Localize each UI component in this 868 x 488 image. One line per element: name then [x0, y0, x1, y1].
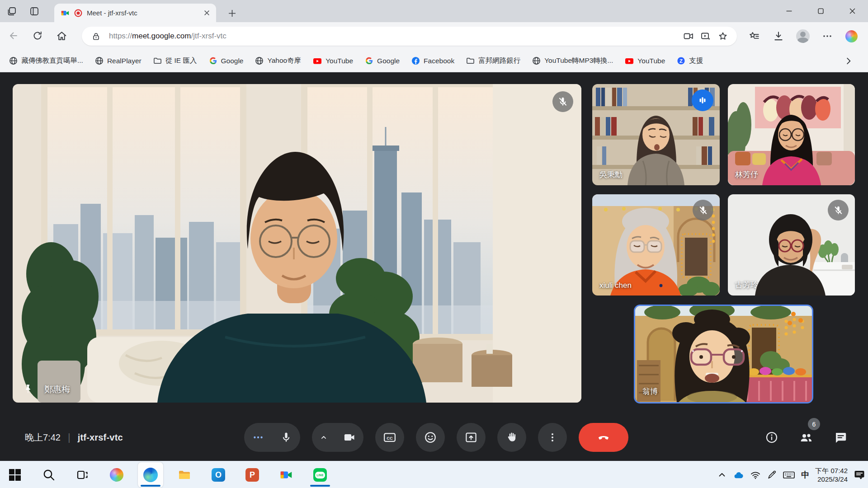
start-button[interactable]	[2, 462, 28, 488]
tab-close-icon[interactable]	[204, 10, 210, 16]
onedrive-icon[interactable]	[732, 470, 744, 479]
youtube-icon	[313, 56, 322, 66]
svg-text:Z: Z	[679, 58, 683, 64]
meeting-details-button[interactable]	[764, 430, 779, 445]
new-tab-button[interactable]	[225, 6, 239, 20]
participant-nameplate: 林芳伃	[735, 169, 758, 180]
tab-camera-icon[interactable]	[680, 28, 697, 44]
refresh-icon[interactable]	[28, 27, 47, 45]
pin-icon	[24, 384, 33, 395]
bookmark-item[interactable]: Facebook	[411, 56, 454, 65]
pen-icon[interactable]	[767, 470, 777, 480]
downloads-icon[interactable]	[769, 27, 788, 46]
meeting-info: 晚上7:42 | jtf-xrsf-vtc	[25, 414, 123, 461]
raise-hand-button[interactable]	[497, 423, 526, 452]
participant-name: 鄭惠梅	[44, 384, 70, 395]
participant-nameplate: xiuli chen	[599, 281, 632, 290]
participant-video	[635, 306, 812, 402]
camera-options-chevron-icon[interactable]	[312, 423, 335, 452]
window-minimize-button[interactable]	[773, 0, 805, 22]
bookmark-item[interactable]: Yahoo奇摩	[255, 56, 301, 66]
participant-nameplate: 吳秉勳	[599, 169, 623, 180]
participant-count-badge: 6	[808, 418, 820, 430]
taskbar-clock[interactable]: 下午 07:42 2025/3/24	[815, 466, 848, 483]
bookmark-item[interactable]: YouTube轉MP3轉換...	[532, 56, 613, 66]
ime-indicator[interactable]: 中	[801, 469, 809, 480]
chat-button[interactable]	[833, 430, 848, 445]
participant-name: xiuli chen	[599, 281, 632, 290]
copilot-taskbar-icon[interactable]	[104, 462, 129, 488]
favorites-hub-icon[interactable]	[745, 27, 764, 46]
bookmark-item[interactable]: YouTube	[313, 56, 353, 66]
bookmark-item[interactable]: Google	[365, 56, 400, 65]
copilot-icon[interactable]	[842, 27, 861, 46]
tab-actions-icon[interactable]	[29, 6, 40, 17]
video-tile[interactable]: 林芳伃	[728, 84, 855, 185]
participant-name: 古芳玲	[735, 280, 758, 290]
favorite-star-icon[interactable]	[714, 28, 731, 44]
globe-icon	[95, 56, 104, 65]
captions-button[interactable]: CC	[375, 423, 404, 452]
workspaces-icon[interactable]	[6, 6, 17, 17]
google-meet-favicon	[61, 9, 70, 18]
notification-center-icon[interactable]	[854, 469, 865, 481]
bookmarks-bar: 藏傳佛教直貢噶舉... RealPlayer 從 IE 匯入 Google Ya…	[0, 50, 868, 72]
participant-nameplate: 鄭惠梅	[24, 384, 70, 395]
bookmark-folder[interactable]: 富邦網路銀行	[466, 56, 520, 66]
microphone-button[interactable]	[272, 423, 300, 452]
address-bar[interactable]: https://meet.google.com/jtf-xrsf-vtc	[82, 27, 737, 46]
people-button[interactable]: 6	[798, 430, 814, 445]
browser-settings-icon[interactable]	[818, 27, 837, 46]
bookmark-folder[interactable]: 從 IE 匯入	[153, 56, 197, 66]
mic-button-group	[244, 423, 300, 452]
line-app-icon[interactable]: LINE	[307, 462, 333, 488]
camera-button[interactable]	[335, 423, 363, 452]
youtube-icon	[625, 56, 634, 66]
main-video-tile[interactable]: 鄭惠梅	[13, 84, 581, 403]
google-icon	[209, 56, 217, 65]
bookmark-item[interactable]: 藏傳佛教直貢噶舉...	[9, 56, 83, 66]
task-view-button[interactable]	[70, 462, 95, 488]
camera-button-group	[312, 423, 363, 452]
video-tile[interactable]: xiuli chen	[592, 194, 720, 296]
mic-muted-indicator	[693, 200, 713, 221]
reactions-button[interactable]	[416, 423, 445, 452]
end-call-button[interactable]	[579, 423, 628, 452]
file-explorer-icon[interactable]	[172, 462, 197, 488]
back-icon[interactable]	[5, 27, 23, 45]
google-meet-taskbar-icon[interactable]	[274, 462, 299, 488]
video-tile-active-speaker[interactable]: 翁博	[634, 305, 813, 404]
facebook-icon	[411, 56, 420, 65]
outlook-icon[interactable]: O	[206, 462, 231, 488]
clock-time: 下午 07:42	[815, 467, 848, 474]
bookmark-item[interactable]: Z支援	[677, 56, 703, 66]
tray-chevron-icon[interactable]	[717, 470, 726, 479]
search-button[interactable]	[36, 462, 61, 488]
browser-toolbar: https://meet.google.com/jtf-xrsf-vtc	[0, 22, 868, 50]
mic-muted-indicator	[552, 91, 573, 112]
profile-avatar[interactable]	[793, 27, 812, 46]
present-screen-button[interactable]	[457, 423, 486, 452]
powerpoint-icon[interactable]: P	[240, 462, 265, 488]
window-restore-button[interactable]	[805, 0, 836, 22]
bookmark-item[interactable]: YouTube	[625, 56, 665, 66]
wifi-icon[interactable]	[750, 470, 761, 479]
picture-in-picture-icon[interactable]	[697, 28, 714, 44]
url-host: meet.google.com	[132, 32, 191, 40]
more-audio-options-icon[interactable]	[244, 423, 272, 452]
bookmark-item[interactable]: Google	[209, 56, 244, 65]
browser-tab[interactable]: Meet - jtf-xrsf-vtc	[54, 4, 216, 22]
bookmarks-overflow-icon[interactable]	[844, 57, 853, 65]
lock-icon[interactable]	[87, 28, 104, 44]
video-tile[interactable]: 古芳玲	[728, 194, 855, 296]
more-options-button[interactable]	[538, 423, 567, 452]
video-tile[interactable]: 吳秉勳	[592, 84, 720, 185]
window-close-button[interactable]	[836, 0, 868, 22]
home-icon[interactable]	[52, 27, 71, 45]
svg-text:CC: CC	[387, 436, 393, 441]
clock-date: 2025/3/24	[817, 475, 848, 483]
touch-keyboard-icon[interactable]	[783, 470, 795, 480]
bookmark-item[interactable]: RealPlayer	[95, 56, 142, 65]
edge-taskbar-icon[interactable]	[138, 462, 163, 488]
participant-name: 翁博	[642, 386, 658, 397]
